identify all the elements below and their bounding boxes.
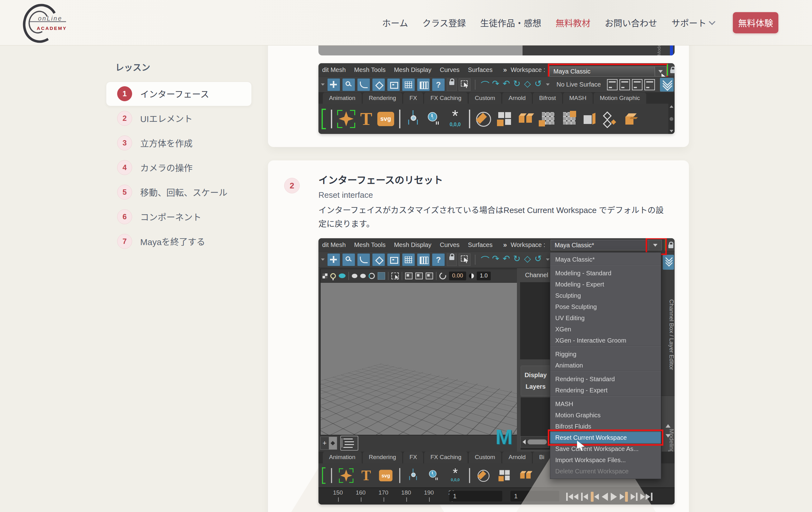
poly-cube-pair-tool-icon[interactable] xyxy=(519,469,532,482)
move-tool-button[interactable] xyxy=(372,78,385,91)
gamma-field[interactable]: 1.0 xyxy=(477,272,491,280)
construction-history-icon[interactable] xyxy=(607,79,617,90)
time-tool-icon[interactable] xyxy=(428,469,440,482)
sidebar-lesson-item[interactable]: 6 コンポーネント xyxy=(106,204,256,229)
workspace-menu-item[interactable]: Animation xyxy=(550,360,661,371)
origin-snap-icon[interactable]: * 0,0,0 xyxy=(448,469,462,482)
step-back-frame-button[interactable] xyxy=(581,493,588,501)
snap-icon[interactable]: ◇ xyxy=(522,79,533,91)
shelf-tab[interactable]: Bi xyxy=(533,452,551,463)
workspace-menu-item[interactable]: Bifrost Fluids xyxy=(550,421,661,432)
shelf-tab[interactable]: Rendering xyxy=(363,452,403,463)
move-tool-button[interactable] xyxy=(372,253,385,266)
snap-icon[interactable]: ⌒ xyxy=(480,79,490,91)
menu-item[interactable]: Curves xyxy=(440,241,459,248)
snap-icon[interactable]: ↷ xyxy=(490,79,501,91)
sidebar-lesson-item[interactable]: 1 インターフェース xyxy=(106,81,256,106)
workspace-select[interactable]: Maya Classic* xyxy=(551,240,652,250)
nav-item[interactable]: サポート xyxy=(671,17,714,29)
range-start-field[interactable]: 1 xyxy=(449,491,502,502)
shelf-tab[interactable]: FX xyxy=(403,452,423,463)
measure-tool-icon[interactable] xyxy=(407,469,419,482)
workspace-menu-item[interactable]: Rigging xyxy=(550,349,661,360)
lasso-tool-button[interactable] xyxy=(342,253,355,266)
menu-item[interactable]: dit Mesh xyxy=(322,241,346,248)
time-tick[interactable]: 180 xyxy=(395,489,417,496)
lock-toggle-button[interactable] xyxy=(447,253,457,266)
maya-viewport[interactable]: 0.00 1.0 xyxy=(320,268,518,435)
poly-cube-tool-icon[interactable] xyxy=(624,111,640,127)
paint-select-button[interactable] xyxy=(357,78,370,91)
menu-item[interactable]: Curves xyxy=(440,66,459,73)
scale-tool-button[interactable] xyxy=(387,78,400,91)
shelf-scrollbar[interactable] xyxy=(668,104,675,134)
workspace-menu-item[interactable]: Rendering - Standard xyxy=(550,373,661,385)
camera-view-icon[interactable] xyxy=(405,272,412,279)
workspace-menu-item[interactable]: Modeling - Expert xyxy=(550,279,661,290)
texture-toggle-icon[interactable] xyxy=(322,273,327,278)
wireframe-icon[interactable] xyxy=(369,273,375,279)
time-tick[interactable]: 190 xyxy=(417,489,440,496)
text-tool-icon[interactable]: T xyxy=(360,110,372,128)
viewport-canvas[interactable] xyxy=(321,283,517,435)
snap-icon[interactable]: ↺ xyxy=(533,79,543,91)
menu-item[interactable]: Mesh Display xyxy=(394,66,431,73)
menu-item[interactable]: Mesh Tools xyxy=(354,66,386,73)
menu-item[interactable]: Surfaces xyxy=(468,66,493,73)
snap-icon[interactable]: ⌒ xyxy=(480,253,490,266)
highlight-selection-button[interactable] xyxy=(459,79,470,91)
nav-item[interactable]: 生徒作品・感想 xyxy=(480,17,541,29)
workspace-menu-item[interactable]: Maya Classic* xyxy=(550,254,661,265)
snap-icon[interactable]: ↻ xyxy=(512,253,522,266)
panel-scrollbar[interactable] xyxy=(520,436,549,448)
channel-box-rail-button[interactable] xyxy=(663,255,674,270)
workspace-select[interactable]: Maya Classic xyxy=(549,66,655,77)
panel-tab[interactable]: Display xyxy=(524,371,547,379)
menu-item[interactable]: dit Mesh xyxy=(322,66,346,73)
shelf-tab[interactable]: Rendering xyxy=(363,92,403,104)
step-back-key-button[interactable] xyxy=(591,492,599,502)
workspace-menu-item[interactable]: Modeling - Standard xyxy=(550,268,661,279)
scroll-up-icon[interactable] xyxy=(666,424,670,428)
poly-plane-tool-icon[interactable] xyxy=(498,469,511,482)
exposure-icon[interactable] xyxy=(438,271,447,280)
step-forward-key-button[interactable] xyxy=(620,492,628,502)
scroll-left-icon[interactable] xyxy=(523,440,526,444)
snap-icon[interactable]: ↻ xyxy=(512,79,522,91)
workspace-menu-item[interactable]: XGen xyxy=(550,324,661,335)
workspace-menu-item[interactable]: Import Workspace Files... xyxy=(550,454,661,465)
nav-item[interactable]: クラス登録 xyxy=(422,17,465,29)
workspace-menu-item[interactable]: Pose Sculpting xyxy=(550,301,661,312)
text-tool-icon[interactable]: T xyxy=(361,468,371,482)
curves-star-tool-icon[interactable] xyxy=(337,110,355,128)
menu-item[interactable]: Mesh Display xyxy=(394,241,431,248)
shading-toggle-icon[interactable] xyxy=(339,273,346,278)
mesh-tool-button[interactable] xyxy=(402,78,415,91)
highlight-selection-button[interactable] xyxy=(459,253,470,266)
snap-icon[interactable]: ↷ xyxy=(490,253,501,266)
free-trial-button[interactable]: 無料体験 xyxy=(733,12,778,33)
help-tool-button[interactable] xyxy=(432,253,445,266)
sidebar-lesson-item[interactable]: 3 立方体を作成 xyxy=(106,130,256,155)
workspace-menu-item[interactable]: XGen - Interactive Groom xyxy=(550,335,661,346)
menu-item[interactable]: Surfaces xyxy=(468,241,493,248)
mesh-tool-button[interactable] xyxy=(402,253,415,266)
workspace-lock-button[interactable] xyxy=(667,64,675,76)
lasso-tool-button[interactable] xyxy=(342,78,355,91)
play-backwards-button[interactable] xyxy=(602,493,608,501)
shelf-tab[interactable]: FX xyxy=(403,92,423,104)
workspace-menu-item[interactable]: UV Editing xyxy=(550,312,661,324)
workspace-menu-item[interactable]: Sculpting xyxy=(550,290,661,301)
poly-pipe-tool-icon[interactable] xyxy=(581,111,597,127)
scroll-thumb[interactable] xyxy=(670,117,673,121)
render-tool-button[interactable] xyxy=(417,78,430,91)
play-button[interactable] xyxy=(611,493,617,501)
workspace-dropdown-arrow[interactable] xyxy=(649,240,662,250)
select-tool-button[interactable] xyxy=(327,78,340,91)
lighting-toggle-icon[interactable] xyxy=(330,273,336,279)
poly-sphere-tool-icon[interactable] xyxy=(477,469,490,482)
rail-tab-channel-box[interactable]: Channel Box / Layer Editor xyxy=(662,280,675,389)
poly-cube-pair-tool-icon[interactable] xyxy=(518,111,534,127)
sidebar-lesson-item[interactable]: 7 Mayaを終了する xyxy=(106,229,256,253)
curves-star-tool-icon[interactable] xyxy=(339,468,353,482)
